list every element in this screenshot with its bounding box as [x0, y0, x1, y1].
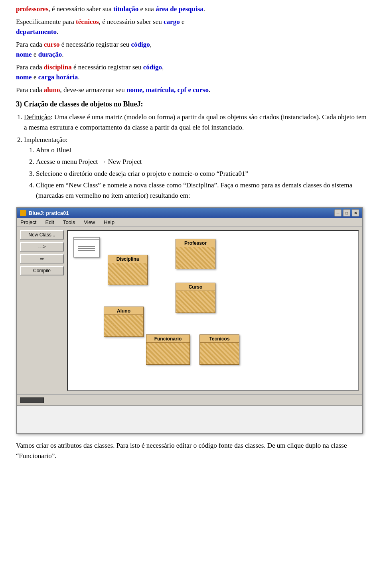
disciplina-text: disciplina — [44, 63, 72, 71]
new-class-button[interactable]: New Class... — [20, 230, 64, 240]
curso-text: curso — [44, 41, 60, 48]
arrow1-button[interactable]: ---> — [20, 242, 64, 252]
para4-codigo-text: código — [143, 63, 162, 71]
sub-item-2: Acesse o menu Project → New Project — [36, 157, 367, 167]
bluej-sidebar: New Class... ---> ⇒ Compile — [20, 230, 64, 391]
codigo-text: código — [131, 41, 150, 48]
sub-item-3: Selecione o diretório onde deseja criar … — [36, 169, 367, 179]
bluej-body: New Class... ---> ⇒ Compile — [17, 227, 362, 394]
nome-text: nome — [16, 51, 32, 58]
disciplina-class-label: Disciplina — [108, 255, 147, 263]
menu-view[interactable]: View — [83, 219, 96, 226]
disciplina-class-box[interactable]: Disciplina — [108, 255, 148, 285]
menu-tools[interactable]: Tools — [62, 219, 76, 226]
para3: Para cada curso é necessário registrar s… — [16, 39, 367, 60]
tecnicos-text: técnicos — [76, 18, 99, 26]
para5: Para cada aluno, deve-se armazenar seu n… — [16, 85, 367, 95]
menu-edit[interactable]: Edit — [44, 219, 55, 226]
titlebar-controls: ─ □ ✕ — [334, 209, 359, 216]
para1-rest: , é necessário saber sua — [49, 5, 113, 13]
tecnicos-class-label: Tecnicos — [200, 335, 239, 343]
para2: Especificamente para técnicos, é necessá… — [16, 17, 367, 37]
bluej-icon — [20, 210, 26, 216]
section3-title: 3) Criação de classes de objetos no Blue… — [16, 99, 367, 110]
bluej-titlebar: BlueJ: pratica01 ─ □ ✕ — [17, 208, 362, 218]
arrow-symbol: → — [100, 158, 107, 165]
tecnicos-class-box[interactable]: Tecnicos — [199, 334, 239, 365]
bottom-text: Vamos criar os atributos das classes. Pa… — [16, 441, 367, 461]
funcionario-class-hatch — [146, 343, 190, 364]
aluno-class-hatch — [104, 315, 143, 336]
bluej-title: BlueJ: pratica01 — [29, 210, 69, 216]
compile-button[interactable]: Compile — [20, 266, 64, 275]
curso-class-label: Curso — [176, 283, 215, 291]
definicao-label: Definição — [24, 113, 51, 121]
tecnicos-class-hatch — [200, 343, 239, 364]
cargo-text: cargo — [164, 18, 180, 26]
bluej-window: BlueJ: pratica01 ─ □ ✕ Project Edit Tool… — [16, 207, 363, 434]
nomematricula-text: nome, matrícula, cpf e curso — [126, 86, 209, 94]
cargahoraria-text: carga horária — [38, 73, 78, 81]
implementacao-label: Implementação: — [24, 136, 68, 144]
menu-project[interactable]: Project — [19, 219, 38, 226]
bluej-menubar: Project Edit Tools View Help — [17, 218, 362, 227]
arrow2-button[interactable]: ⇒ — [20, 254, 64, 264]
sub-list: Abra o BlueJ Acesse o menu Project → New… — [36, 145, 367, 201]
professor-class-box[interactable]: Professor — [176, 239, 215, 269]
sub-item-4: Clique em “New Class” e nomeie a nova cl… — [36, 180, 367, 201]
funcionario-class-box[interactable]: Funcionario — [146, 334, 190, 365]
disciplina-class-hatch — [108, 263, 147, 285]
duracao-text: duração — [38, 51, 62, 58]
uncompiled-class-body — [74, 240, 99, 257]
uncompiled-line-2 — [78, 248, 95, 249]
maximize-button[interactable]: □ — [343, 209, 350, 216]
areapesquisa-text: área de pesquisa — [156, 5, 203, 13]
titulacao-text: titulação — [113, 5, 138, 13]
list-item-2: Implementação: Abra o BlueJ Acesse o men… — [24, 135, 367, 201]
page-content: professores, é necessário saber sua titu… — [16, 4, 367, 461]
professor-class-hatch — [176, 247, 215, 269]
menu-help[interactable]: Help — [103, 219, 116, 226]
para1-rest2: e sua — [138, 5, 156, 13]
status-indicator — [20, 397, 44, 403]
para4-nome-text: nome — [16, 73, 32, 81]
list-item-1: Definição: Uma classe é uma matriz (mode… — [24, 112, 367, 132]
bluej-output — [17, 405, 362, 433]
professor-class-label: Professor — [176, 239, 215, 247]
para4: Para cada disciplina é necessário regist… — [16, 62, 367, 83]
aluno-class-box[interactable]: Aluno — [104, 307, 144, 337]
uncompiled-line-1 — [78, 246, 95, 247]
titlebar-left: BlueJ: pratica01 — [20, 210, 69, 216]
para1: professores, é necessário saber sua titu… — [16, 4, 367, 14]
professores-text: professores — [16, 5, 49, 13]
main-list: Definição: Uma classe é uma matriz (mode… — [24, 112, 367, 201]
curso-class-hatch — [176, 291, 215, 313]
aluno-class-label: Aluno — [104, 307, 143, 315]
sub-item-1: Abra o BlueJ — [36, 145, 367, 155]
uncompiled-line-3 — [78, 250, 95, 251]
curso-class-box[interactable]: Curso — [176, 283, 215, 313]
funcionario-class-label: Funcionario — [146, 335, 190, 343]
uncompiled-class-box[interactable] — [73, 237, 100, 258]
departamento-text: departamento — [16, 28, 57, 35]
bluej-statusbar — [17, 394, 362, 405]
bluej-canvas: Disciplina Professor Curso Aluno — [67, 230, 359, 391]
close-button[interactable]: ✕ — [352, 209, 359, 216]
minimize-button[interactable]: ─ — [334, 209, 342, 216]
aluno-text: aluno — [44, 86, 60, 94]
